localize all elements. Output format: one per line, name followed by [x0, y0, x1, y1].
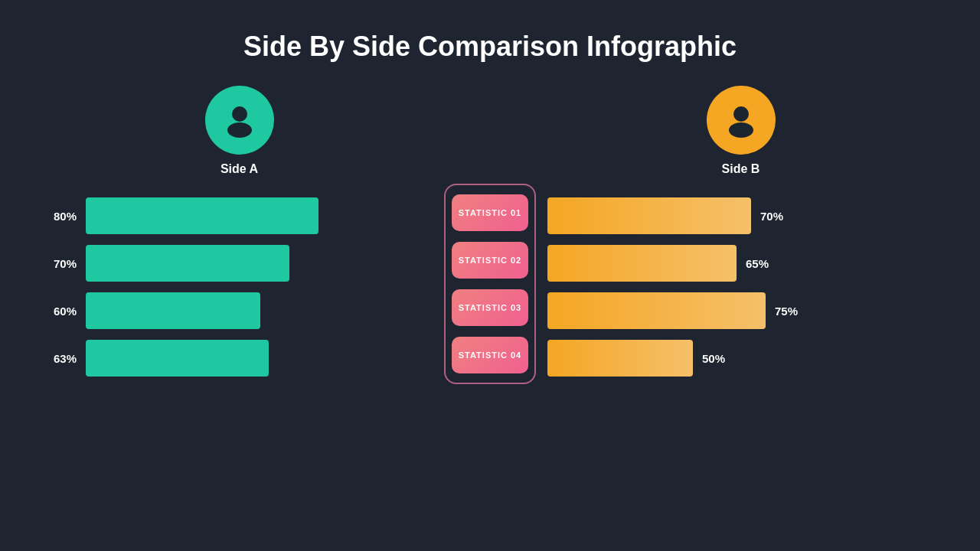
- side-a-bar-label: 70%: [46, 257, 77, 270]
- side-b-bar-row: 75%: [547, 292, 934, 329]
- side-a-bar-row: 63%: [46, 340, 433, 377]
- side-b-bars: 70% 65% 75% 50%: [547, 197, 934, 377]
- svg-point-0: [232, 106, 247, 122]
- side-b-bar-label: 75%: [775, 305, 805, 318]
- side-a-bar-label: 60%: [46, 305, 77, 318]
- svg-point-3: [729, 122, 753, 138]
- side-a-bar-fill: [86, 245, 289, 282]
- side-a-label: Side A: [220, 162, 258, 176]
- person-icon-b: [722, 101, 760, 139]
- main-content: Side A 80% 70% 60% 63% STATISTIC 01STATI…: [0, 86, 980, 384]
- side-b-avatar-section: Side B: [707, 86, 776, 176]
- side-b-bar-row: 50%: [547, 340, 934, 377]
- side-a-bar-label: 63%: [46, 352, 77, 365]
- side-a-bar-fill: [86, 197, 318, 234]
- page-title: Side By Side Comparison Infographic: [243, 31, 737, 63]
- side-a-bar-label: 80%: [46, 210, 77, 223]
- side-a-bar-fill: [86, 292, 260, 329]
- side-b-container: Side B 70% 65% 75% 50%: [547, 86, 934, 377]
- side-a-avatar: [205, 86, 274, 155]
- side-a-bar-row: 70%: [46, 245, 433, 282]
- svg-point-1: [227, 122, 252, 138]
- stat-button-4[interactable]: STATISTIC 04: [452, 337, 528, 373]
- side-b-avatar: [707, 86, 776, 155]
- side-a-bar-fill: [86, 340, 269, 377]
- person-icon-a: [220, 101, 259, 139]
- center-panel: STATISTIC 01STATISTIC 02STATISTIC 03STAT…: [440, 184, 540, 384]
- side-a-avatar-section: Side A: [205, 86, 274, 176]
- side-b-bar-label: 50%: [702, 352, 733, 365]
- stat-button-2[interactable]: STATISTIC 02: [452, 242, 528, 279]
- side-a-container: Side A 80% 70% 60% 63%: [46, 86, 433, 377]
- side-b-bar-row: 70%: [547, 197, 934, 234]
- side-b-label: Side B: [722, 162, 760, 176]
- side-b-bar-fill: [547, 245, 737, 282]
- svg-point-2: [733, 106, 749, 122]
- side-a-bar-row: 60%: [46, 292, 433, 329]
- side-b-bar-fill: [547, 292, 766, 329]
- side-b-bar-fill: [547, 197, 751, 234]
- stats-box: STATISTIC 01STATISTIC 02STATISTIC 03STAT…: [444, 184, 536, 384]
- stat-button-3[interactable]: STATISTIC 03: [452, 289, 528, 326]
- side-b-bar-label: 65%: [746, 257, 776, 270]
- side-a-bars: 80% 70% 60% 63%: [46, 197, 433, 377]
- stat-button-1[interactable]: STATISTIC 01: [452, 194, 528, 231]
- side-a-bar-row: 80%: [46, 197, 433, 234]
- side-b-bar-fill: [547, 340, 693, 377]
- side-b-bar-label: 70%: [760, 210, 791, 223]
- side-b-bar-row: 65%: [547, 245, 934, 282]
